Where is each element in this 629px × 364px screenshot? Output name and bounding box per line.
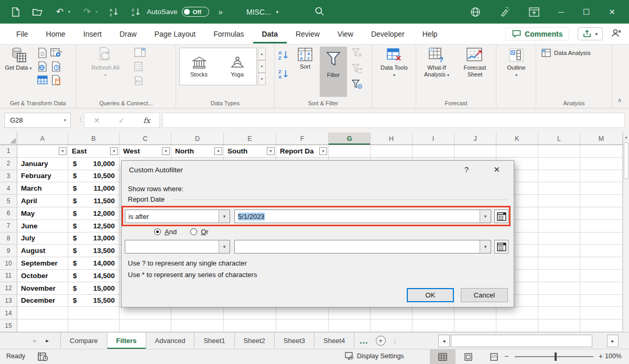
cell-B1[interactable]: East▾: [68, 145, 120, 158]
cell-K14[interactable]: [496, 307, 538, 319]
gallery-more-button[interactable]: ▾: [258, 73, 266, 85]
tab-view[interactable]: View: [329, 25, 362, 43]
cell-A11[interactable]: October: [17, 270, 68, 282]
cell-B11[interactable]: $14,500: [68, 270, 120, 282]
from-text-csv-icon[interactable]: [38, 48, 47, 59]
view-normal-button[interactable]: [430, 349, 456, 364]
cell-F14[interactable]: [276, 307, 329, 319]
dialog-help-button[interactable]: ?: [464, 165, 469, 174]
row-header-15[interactable]: 15: [0, 319, 17, 332]
row-header-5[interactable]: 5: [0, 195, 17, 207]
cell-B14[interactable]: [68, 307, 120, 319]
new-file-icon[interactable]: [10, 7, 21, 17]
cell-E14[interactable]: [224, 307, 276, 319]
cell-G14[interactable]: [329, 307, 371, 319]
scroll-up-arrow[interactable]: ▴: [623, 133, 629, 141]
sheet-tab-filters[interactable]: Filters: [107, 333, 146, 349]
zoom-level[interactable]: 100%: [605, 352, 622, 360]
row-header-12[interactable]: 12: [0, 282, 17, 295]
column-header-G[interactable]: G: [329, 133, 371, 145]
cell-K15[interactable]: [496, 319, 538, 332]
sort-button[interactable]: ZAAZ Sort: [292, 47, 318, 70]
cell-E1[interactable]: South▾: [224, 145, 276, 158]
sheet-tab-sheet4[interactable]: Sheet4: [314, 333, 354, 349]
vertical-scroll-thumb[interactable]: [624, 142, 628, 179]
cell-G15[interactable]: [329, 319, 371, 332]
qat-overflow-chevrons[interactable]: »: [219, 7, 223, 16]
cell-B6[interactable]: $12,000: [68, 207, 120, 220]
value-input-2[interactable]: ▾: [234, 240, 491, 253]
cell-M12[interactable]: [580, 282, 623, 295]
cell-M6[interactable]: [580, 207, 623, 220]
from-table-range-icon[interactable]: [37, 75, 48, 86]
undo-chevron-icon[interactable]: ▾: [68, 9, 70, 14]
cell-G1[interactable]: [329, 145, 371, 158]
cell-M14[interactable]: [580, 307, 623, 319]
column-header-J[interactable]: J: [454, 133, 496, 145]
filter-dropdown-icon[interactable]: ▾: [267, 147, 275, 155]
cell-B10[interactable]: $14,000: [68, 257, 120, 270]
cell-L14[interactable]: [538, 307, 580, 319]
cell-H15[interactable]: [371, 319, 413, 332]
undo-icon[interactable]: ↶: [55, 7, 65, 17]
scroll-right-arrow[interactable]: ▸: [607, 335, 619, 347]
cell-A8[interactable]: July: [17, 233, 68, 245]
cell-M1[interactable]: [580, 145, 623, 158]
cell-L12[interactable]: [538, 282, 580, 295]
from-picture-icon[interactable]: ▾: [50, 48, 62, 59]
outline-button[interactable]: Outline▾: [501, 47, 532, 79]
redo-chevron-icon[interactable]: ▾: [95, 9, 97, 14]
filter-dropdown-icon[interactable]: ▾: [110, 147, 118, 155]
cell-A7[interactable]: June: [17, 220, 68, 233]
view-page-break-button[interactable]: [481, 349, 507, 364]
row-header-8[interactable]: 8: [0, 233, 17, 245]
autosave-toggle[interactable]: Off: [182, 7, 209, 17]
row-header-4[interactable]: 4: [0, 182, 17, 195]
cell-B4[interactable]: $11,000: [68, 182, 120, 195]
row-header-9[interactable]: 9: [0, 245, 17, 257]
data-analysis-button[interactable]: Data Analysis: [541, 49, 591, 57]
cell-C1[interactable]: West▾: [120, 145, 171, 158]
row-header-1[interactable]: 1: [0, 145, 17, 158]
recent-sources-icon[interactable]: [51, 61, 61, 73]
cell-B9[interactable]: $13,500: [68, 245, 120, 257]
what-if-analysis-button[interactable]: ? What-If Analysis ▾: [419, 47, 454, 79]
tab-data[interactable]: Data: [253, 25, 287, 43]
cell-M11[interactable]: [580, 270, 623, 282]
cell-A3[interactable]: February: [17, 170, 68, 183]
formula-bar-handle[interactable]: ⋮: [78, 116, 84, 123]
minimize-button[interactable]: ─: [558, 7, 564, 16]
cell-F1[interactable]: Report Da▾: [276, 145, 329, 158]
cell-D14[interactable]: [171, 307, 224, 319]
insert-function-icon[interactable]: fx: [143, 116, 150, 125]
open-folder-icon[interactable]: [32, 7, 43, 17]
view-page-layout-button[interactable]: [456, 349, 481, 364]
ok-button[interactable]: OK: [407, 288, 454, 302]
sort-ascending-icon[interactable]: AZ: [109, 7, 120, 17]
cell-L9[interactable]: [538, 245, 580, 257]
sheet-tab-compare[interactable]: Compare: [61, 333, 107, 349]
cell-H1[interactable]: [371, 145, 413, 158]
workbook-title[interactable]: MISC... ▾: [246, 0, 278, 24]
cell-L7[interactable]: [538, 220, 580, 233]
sort-za-icon[interactable]: ZA: [278, 69, 289, 80]
stocks-data-type[interactable]: Stocks: [180, 48, 218, 85]
forecast-sheet-button[interactable]: Forecast Sheet: [457, 47, 493, 78]
row-header-3[interactable]: 3: [0, 170, 17, 183]
select-all-corner[interactable]: [0, 133, 17, 145]
name-box[interactable]: G28 ▾: [4, 113, 71, 128]
row-header-14[interactable]: 14: [0, 307, 17, 319]
column-header-I[interactable]: I: [413, 133, 454, 145]
cell-L11[interactable]: [538, 270, 580, 282]
sheet-tab-sheet2[interactable]: Sheet2: [235, 333, 275, 349]
cell-L10[interactable]: [538, 257, 580, 270]
cell-L13[interactable]: [538, 295, 580, 307]
cell-B8[interactable]: $13,000: [68, 233, 120, 245]
zoom-in-button[interactable]: +: [599, 352, 603, 360]
cell-M4[interactable]: [580, 182, 623, 195]
get-data-button[interactable]: Get Data ▾: [3, 47, 34, 72]
cell-A6[interactable]: May: [17, 207, 68, 220]
globe-icon[interactable]: [470, 7, 481, 17]
combo-chevron-icon[interactable]: ▾: [219, 210, 230, 223]
value-input-1[interactable]: 5/1/2023 ▾: [234, 209, 491, 223]
